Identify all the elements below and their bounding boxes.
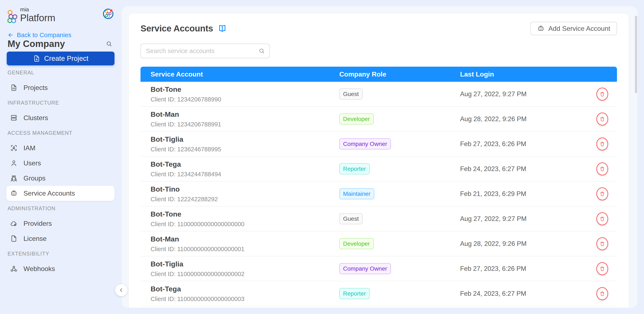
company-role-badge: Developer (339, 238, 374, 250)
client-id-value: 1234206788990 (177, 96, 221, 103)
last-login: Feb 24, 2023, 6:27 PM (460, 165, 588, 173)
main-container: Service Accounts Add (122, 6, 638, 308)
create-project-button[interactable]: Create Project (7, 51, 114, 65)
table-row: Bot-Tino Client ID: 122242288292 Maintai… (140, 182, 617, 207)
add-service-account-button[interactable]: Add Service Account (530, 22, 617, 35)
sidebar-section: ADMINISTRATION Providers License (0, 201, 119, 246)
users-group-icon (10, 174, 18, 182)
sidebar-item-clusters[interactable]: Clusters (6, 110, 114, 125)
delete-service-account-button[interactable] (596, 237, 608, 250)
table-row: Bot-Tone Client ID: 1234206788990 Guest … (140, 82, 617, 107)
client-id-value: 11000000000000000003 (177, 296, 244, 302)
sidebar-item-webhooks[interactable]: Webhooks (6, 261, 114, 276)
scrollbar-thumb[interactable] (635, 16, 637, 93)
trash-icon (599, 191, 605, 197)
file-code-icon (10, 84, 18, 91)
last-login: Aug 27, 2022, 9:27 PM (460, 90, 588, 98)
service-accounts-card: Service Accounts Add (128, 13, 629, 308)
service-account-name: Bot-Tone (150, 85, 339, 93)
sidebar-section-label: ADMINISTRATION (0, 201, 119, 216)
book-open-icon[interactable] (218, 24, 227, 33)
back-to-companies-link[interactable]: Back to Companies (8, 31, 71, 38)
client-id-value: 122242288292 (177, 196, 218, 203)
service-accounts-table: Service Account Company Role Last Login … (140, 67, 617, 306)
client-id: Client ID: 11000000000000000003 (150, 296, 339, 303)
sidebar-section-label: ACCESS MANAGEMENT (0, 125, 119, 140)
client-id-prefix: Client ID: (150, 221, 177, 227)
table-row: Bot-Tega Client ID: 1234244788494 Report… (140, 157, 617, 182)
service-account-name: Bot-Tone (150, 210, 339, 218)
sidebar: mia Platform (0, 0, 119, 314)
sidebar-section-label: INFRASTRUCTURE (0, 95, 119, 110)
service-account-name: Bot-Tega (150, 285, 339, 293)
sidebar-section-label: EXTENSIBILITY (0, 246, 119, 261)
search-icon[interactable] (258, 47, 265, 54)
delete-service-account-button[interactable] (596, 113, 608, 126)
company-role-badge: Reporter (339, 288, 370, 299)
trash-icon (599, 166, 605, 172)
company-row: My Company (8, 38, 112, 49)
last-login: Aug 27, 2022, 9:27 PM (460, 215, 588, 223)
sidebar-item-users[interactable]: Users (6, 156, 114, 171)
last-login: Feb 27, 2023, 6:26 PM (460, 140, 588, 148)
sidebar-item-service-accounts[interactable]: Service Accounts (6, 186, 114, 201)
last-login: Feb 21, 2023, 6:29 PM (460, 190, 588, 198)
back-link-label: Back to Companies (17, 31, 71, 38)
client-id-value: 1236246788995 (177, 146, 221, 153)
service-account-name: Bot-Tiglia (150, 135, 339, 143)
column-header-company-role: Company Role (339, 70, 460, 78)
avatar-logo-icon (103, 8, 114, 19)
workspace-avatar[interactable] (103, 8, 114, 19)
brand-platform: Platform (20, 13, 55, 23)
sidebar-item-projects[interactable]: Projects (6, 80, 114, 95)
delete-service-account-button[interactable] (596, 88, 608, 101)
search-icon[interactable] (106, 40, 112, 47)
file-icon (10, 235, 18, 242)
company-role-badge: Developer (339, 113, 374, 125)
sidebar-item-groups[interactable]: Groups (6, 171, 114, 186)
page-title: Service Accounts (140, 23, 213, 33)
delete-service-account-button[interactable] (596, 212, 608, 225)
sidebar-item-iam[interactable]: IAM (6, 140, 114, 156)
sidebar-collapse-button[interactable] (115, 284, 127, 296)
trash-icon (599, 141, 605, 147)
cloud-gear-icon (10, 220, 18, 227)
service-account-name: Bot-Man (150, 110, 339, 118)
client-id-prefix: Client ID: (150, 271, 177, 277)
chevron-left-icon (118, 287, 124, 293)
company-role-badge: Company Owner (339, 138, 391, 150)
client-id-value: 1234244788494 (177, 171, 221, 178)
search-service-accounts-input[interactable] (140, 44, 270, 58)
create-project-label: Create Project (44, 54, 88, 62)
table-row: Bot-Tiglia Client ID: 110000000000000000… (140, 256, 617, 281)
user-icon (10, 159, 18, 167)
delete-service-account-button[interactable] (596, 287, 608, 300)
company-role-badge: Maintainer (339, 188, 374, 200)
table-row: Bot-Tega Client ID: 11000000000000000003… (140, 281, 617, 306)
last-login: Aug 28, 2022, 9:26 PM (460, 115, 588, 123)
sidebar-section: ACCESS MANAGEMENT IAM Users Groups Servi… (0, 125, 119, 201)
table-row: Bot-Man Client ID: 1234206788991 Develop… (140, 107, 617, 132)
sidebar-item-providers[interactable]: Providers (6, 216, 114, 231)
webhook-icon (10, 265, 18, 273)
sidebar-nav: GENERAL Projects INFRASTRUCTURE Clusters… (0, 65, 119, 276)
sidebar-section-label: GENERAL (0, 65, 119, 80)
delete-service-account-button[interactable] (596, 162, 608, 175)
brand-mia: mia (20, 7, 55, 12)
last-login: Feb 24, 2023, 6:27 PM (460, 290, 588, 298)
title-wrap: Service Accounts (140, 23, 227, 33)
file-plus-icon (33, 55, 40, 62)
delete-service-account-button[interactable] (596, 187, 608, 200)
client-id-prefix: Client ID: (150, 196, 177, 203)
client-id-value: 11000000000000000002 (177, 271, 244, 277)
client-id: Client ID: 11000000000000000002 (150, 271, 339, 278)
delete-service-account-button[interactable] (596, 262, 608, 275)
client-id: Client ID: 1236246788995 (150, 146, 339, 153)
client-id: Client ID: 1234206788991 (150, 121, 339, 128)
table-row: Bot-Man Client ID: 11000000000000000001 … (140, 231, 617, 256)
delete-service-account-button[interactable] (596, 137, 608, 150)
client-id-prefix: Client ID: (150, 96, 177, 103)
client-id-prefix: Client ID: (150, 296, 177, 302)
sidebar-item-license[interactable]: License (6, 231, 114, 246)
company-role-badge: Reporter (339, 163, 370, 175)
